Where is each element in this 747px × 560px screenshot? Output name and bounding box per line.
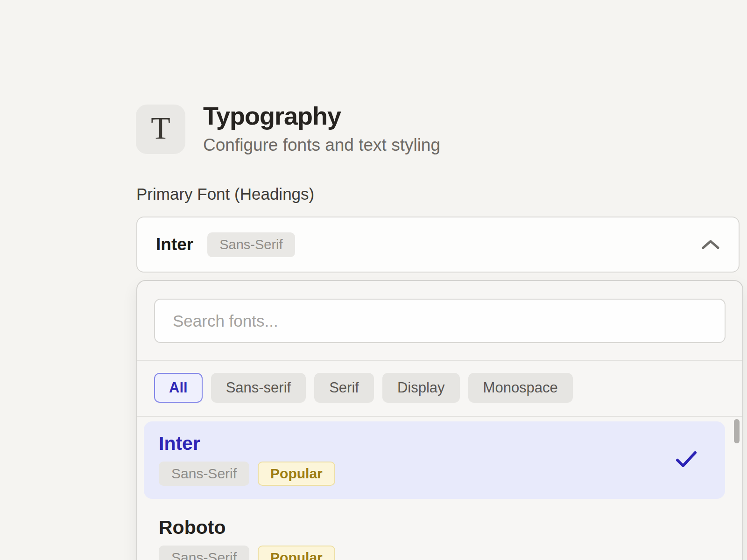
search-input[interactable] <box>154 299 726 343</box>
typography-settings-screen: T Typography Configure fonts and text st… <box>0 0 747 560</box>
selected-font-name: Inter <box>156 235 193 254</box>
search-section <box>137 281 742 360</box>
font-option-info: Inter Sans-Serif Popular <box>159 433 335 486</box>
check-icon <box>676 451 697 468</box>
font-option-name: Roboto <box>159 517 335 538</box>
font-option-name: Inter <box>159 433 335 454</box>
popular-badge: Popular <box>258 462 335 486</box>
category-badge: Sans-Serif <box>159 546 249 560</box>
filter-chip-sans-serif[interactable]: Sans-serif <box>211 373 306 403</box>
font-option-badges: Sans-Serif Popular <box>159 462 335 486</box>
popular-badge: Popular <box>258 546 335 560</box>
serif-t-icon: T <box>151 112 170 147</box>
primary-font-select[interactable]: Inter Sans-Serif <box>136 217 740 273</box>
filter-chip-serif[interactable]: Serif <box>314 373 374 403</box>
filter-chip-all[interactable]: All <box>154 373 203 403</box>
section-header: Typography Configure fonts and text styl… <box>203 102 440 155</box>
typography-section-icon: T <box>136 105 185 154</box>
font-option-info: Roboto Sans-Serif Popular <box>159 517 335 560</box>
font-picker-dropdown: All Sans-serif Serif Display Monospace I… <box>136 280 743 560</box>
font-option-roboto[interactable]: Roboto Sans-Serif Popular <box>144 505 725 560</box>
page-title: Typography <box>203 102 440 129</box>
category-badge: Sans-Serif <box>159 462 249 486</box>
font-option-badges: Sans-Serif Popular <box>159 546 335 560</box>
filter-chip-display[interactable]: Display <box>382 373 460 403</box>
font-options-list: Inter Sans-Serif Popular Roboto San <box>137 417 742 560</box>
primary-font-label: Primary Font (Headings) <box>136 185 314 203</box>
chevron-up-icon <box>701 238 720 251</box>
font-option-inter[interactable]: Inter Sans-Serif Popular <box>144 421 725 499</box>
selected-font-category-badge: Sans-Serif <box>207 232 295 257</box>
category-filter-row: All Sans-serif Serif Display Monospace <box>137 361 742 416</box>
scrollbar-thumb[interactable] <box>734 419 740 443</box>
page-subtitle: Configure fonts and text styling <box>203 135 440 155</box>
filter-chip-monospace[interactable]: Monospace <box>468 373 573 403</box>
